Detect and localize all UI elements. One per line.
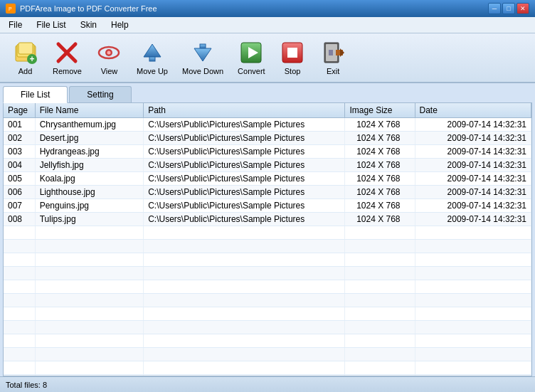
app-window: P PDFArea Image to PDF Converter Free ─ …	[0, 0, 535, 392]
view-label: View	[101, 67, 118, 75]
move-down-button[interactable]: Move Down	[176, 36, 230, 79]
cell-date: 2009-07-14 14:32:31	[415, 159, 531, 172]
table-row-empty	[4, 348, 531, 361]
table-row[interactable]: 005 Koala.jpg C:\Users\Public\Pictures\S…	[4, 172, 531, 186]
cell-path: C:\Users\Public\Pictures\Sample Pictures	[144, 172, 345, 186]
col-header-page: Page	[4, 103, 35, 118]
cell-date: 2009-07-14 14:32:31	[415, 132, 531, 145]
cell-filename: Koala.jpg	[35, 172, 144, 186]
svg-point-11	[107, 51, 111, 55]
title-bar: P PDFArea Image to PDF Converter Free ─ …	[0, 0, 535, 17]
menubar: File File List Skin Help	[0, 17, 535, 33]
cell-page: 004	[4, 159, 35, 172]
tabs-area: File List Setting	[0, 83, 535, 102]
table-row[interactable]: 003 Hydrangeas.jpg C:\Users\Public\Pictu…	[4, 145, 531, 159]
table-row[interactable]: 007 Penguins.jpg C:\Users\Public\Picture…	[4, 199, 531, 213]
menu-filelist[interactable]: File List	[31, 18, 71, 31]
svg-marker-12	[144, 44, 161, 57]
cell-date: 2009-07-14 14:32:31	[415, 186, 531, 199]
cell-page: 005	[4, 172, 35, 186]
table-row-empty	[4, 334, 531, 348]
svg-marker-23	[340, 48, 344, 57]
cell-page: 001	[4, 118, 35, 132]
table-row[interactable]: 001 Chrysanthemum.jpg C:\Users\Public\Pi…	[4, 118, 531, 132]
remove-icon	[54, 40, 80, 65]
svg-marker-15	[194, 48, 211, 61]
view-button[interactable]: View	[90, 36, 129, 79]
window-title: PDFArea Image to PDF Converter Free	[20, 4, 484, 13]
svg-rect-4	[18, 43, 33, 54]
exit-label: Exit	[327, 67, 339, 75]
cell-path: C:\Users\Public\Pictures\Sample Pictures	[144, 132, 345, 145]
move-up-label: Move Up	[137, 67, 168, 75]
cell-page: 002	[4, 132, 35, 145]
table-row-empty	[4, 253, 531, 267]
table-row-empty	[4, 321, 531, 334]
col-header-filename: File Name	[35, 103, 144, 118]
cell-filename: Lighthouse.jpg	[35, 186, 144, 199]
cell-filename: Chrysanthemum.jpg	[35, 118, 144, 132]
stop-button[interactable]: Stop	[273, 36, 312, 79]
tab-setting[interactable]: Setting	[69, 86, 131, 102]
cell-page: 003	[4, 145, 35, 159]
svg-rect-19	[287, 48, 297, 58]
file-table: Page File Name Path Image Size Date 001 …	[4, 103, 531, 376]
exit-button[interactable]: Exit	[314, 36, 353, 79]
cell-page: 007	[4, 199, 35, 213]
svg-text:+: +	[29, 54, 34, 64]
table-row[interactable]: 008 Tulips.jpg C:\Users\Public\Pictures\…	[4, 213, 531, 226]
cell-page: 006	[4, 186, 35, 199]
table-row-empty	[4, 267, 531, 280]
menu-help[interactable]: Help	[105, 18, 134, 31]
cell-date: 2009-07-14 14:32:31	[415, 172, 531, 186]
convert-button[interactable]: Convert	[231, 36, 272, 79]
svg-rect-13	[149, 57, 155, 61]
cell-path: C:\Users\Public\Pictures\Sample Pictures	[144, 118, 345, 132]
content-area: Page File Name Path Image Size Date 001 …	[3, 102, 532, 376]
table-row-empty	[4, 240, 531, 253]
table-row-empty	[4, 294, 531, 307]
close-button[interactable]: ✕	[517, 3, 529, 14]
table-row-empty	[4, 280, 531, 294]
table-row-empty	[4, 307, 531, 321]
toolbar: + Add Remove View	[0, 33, 535, 83]
maximize-button[interactable]: □	[502, 3, 515, 14]
cell-path: C:\Users\Public\Pictures\Sample Pictures	[144, 145, 345, 159]
cell-page: 008	[4, 213, 35, 226]
tab-file-list[interactable]: File List	[3, 86, 68, 103]
cell-filename: Jellyfish.jpg	[35, 159, 144, 172]
cell-size: 1024 X 768	[345, 145, 415, 159]
remove-button[interactable]: Remove	[46, 36, 88, 79]
table-row[interactable]: 004 Jellyfish.jpg C:\Users\Public\Pictur…	[4, 159, 531, 172]
table-row[interactable]: 006 Lighthouse.jpg C:\Users\Public\Pictu…	[4, 186, 531, 199]
cell-size: 1024 X 768	[345, 132, 415, 145]
col-header-path: Path	[144, 103, 345, 118]
svg-text:P: P	[9, 6, 12, 11]
menu-skin[interactable]: Skin	[75, 18, 102, 31]
cell-size: 1024 X 768	[345, 213, 415, 226]
cell-path: C:\Users\Public\Pictures\Sample Pictures	[144, 186, 345, 199]
move-down-icon	[190, 40, 216, 65]
cell-date: 2009-07-14 14:32:31	[415, 199, 531, 213]
table-row[interactable]: 002 Desert.jpg C:\Users\Public\Pictures\…	[4, 132, 531, 145]
add-icon: +	[13, 40, 38, 65]
cell-path: C:\Users\Public\Pictures\Sample Pictures	[144, 199, 345, 213]
move-up-button[interactable]: Move Up	[130, 36, 174, 79]
minimize-button[interactable]: ─	[488, 3, 501, 14]
svg-rect-24	[329, 50, 333, 55]
statusbar: Total files: 8	[0, 376, 535, 392]
cell-size: 1024 X 768	[345, 199, 415, 213]
status-text: Total files: 8	[6, 381, 47, 389]
cell-size: 1024 X 768	[345, 186, 415, 199]
exit-icon	[320, 40, 346, 65]
add-button[interactable]: + Add	[6, 36, 45, 79]
menu-file[interactable]: File	[3, 18, 28, 31]
move-down-label: Move Down	[182, 67, 223, 75]
convert-label: Convert	[238, 67, 265, 75]
cell-path: C:\Users\Public\Pictures\Sample Pictures	[144, 213, 345, 226]
table-row-empty	[4, 226, 531, 240]
cell-filename: Tulips.jpg	[35, 213, 144, 226]
cell-date: 2009-07-14 14:32:31	[415, 118, 531, 132]
cell-filename: Desert.jpg	[35, 132, 144, 145]
stop-label: Stop	[285, 67, 301, 75]
